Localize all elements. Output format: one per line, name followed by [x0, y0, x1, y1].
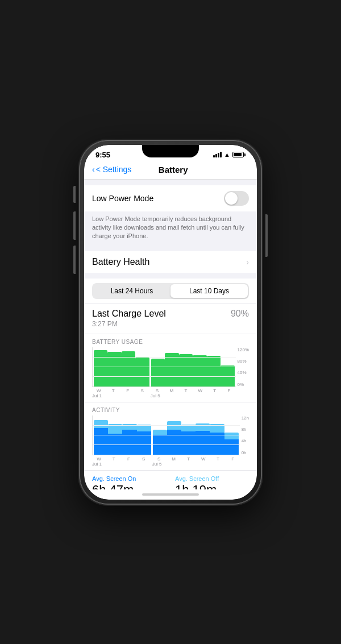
ios-screen: 9:55 ▲ [84, 145, 257, 500]
screen-off-stat: Avg. Screen Off 1h 19m [175, 475, 249, 489]
act-x-t3: T [211, 456, 225, 462]
act-date-jul1: Jul 1 [92, 462, 151, 467]
charge-time: 3:27 PM [92, 320, 166, 328]
wifi-icon: ▲ [224, 151, 230, 158]
charge-percent: 90% [231, 309, 249, 319]
battery-health-section: Battery Health › [84, 251, 257, 273]
battery-bar-w1 [94, 350, 107, 387]
x-label-t3: T [208, 388, 221, 393]
volume-down-button [73, 246, 76, 274]
section-gap-2 [84, 246, 257, 251]
battery-usage-label: BATTERY USAGE [92, 339, 249, 345]
section-gap-3 [84, 273, 257, 279]
act-bar-s2 [153, 430, 167, 455]
x-label-m2: M [165, 388, 178, 393]
act-bar-f3 [224, 433, 239, 455]
act-x-w2: W [197, 456, 210, 462]
segment-control: Last 24 Hours Last 10 Days [92, 283, 249, 299]
date-jul5: Jul 5 [151, 393, 236, 398]
screen-off-value: 1h 19m [175, 483, 249, 489]
activity-label: ACTIVITY [92, 407, 249, 413]
battery-bar-t3 [207, 356, 221, 387]
signal-bar-1 [213, 155, 215, 157]
act-x-w1: W [92, 456, 106, 462]
battery-usage-chart-section: BATTERY USAGE [84, 334, 257, 402]
y-120: 120% [238, 347, 249, 352]
segment-container: Last 24 Hours Last 10 Days [84, 279, 257, 304]
low-power-toggle[interactable] [224, 191, 249, 206]
signal-bar-4 [220, 152, 222, 157]
screen-on-value: 6h 47m [92, 483, 166, 489]
charge-title: Last Charge Level [92, 309, 166, 319]
phone-frame: 9:55 ▲ [80, 140, 261, 504]
act-x-m2: M [167, 456, 181, 462]
act-bar-f1 [122, 424, 136, 455]
x-label-s1: S [135, 388, 148, 393]
navigation-bar: ‹ < Settings Battery [84, 161, 257, 180]
activity-chart-section: ACTIVITY [84, 402, 257, 470]
battery-fill [234, 153, 242, 156]
charge-info: Last Charge Level 3:27 PM [92, 309, 166, 328]
date-jul1: Jul 1 [92, 393, 149, 398]
act-bar-t3 [210, 424, 224, 455]
notch [142, 145, 199, 157]
act-y-0h: 0h [242, 450, 249, 455]
nav-title: Battery [159, 165, 188, 174]
act-bar-w2 [196, 423, 210, 455]
x-label-s2: S [151, 388, 164, 393]
low-power-row: Low Power Mode [84, 185, 257, 211]
y-40: 40% [238, 370, 249, 375]
battery-bar-s2 [151, 359, 165, 386]
low-power-label: Low Power Mode [92, 194, 224, 203]
mute-button [73, 186, 76, 203]
battery-bar-f3 [221, 365, 234, 387]
act-y-12h: 12h [242, 416, 249, 421]
act-x-s1: S [137, 456, 151, 462]
act-x-f3: F [226, 456, 240, 462]
signal-bar-3 [218, 153, 219, 157]
x-label-w2: W [194, 388, 207, 393]
charge-section: Last Charge Level 3:27 PM 90% [84, 304, 257, 334]
segment-10d-label: Last 10 Days [189, 287, 229, 295]
act-y-4h: 4h [242, 438, 249, 443]
back-button[interactable]: ‹ < Settings [92, 165, 131, 174]
toggle-knob [225, 192, 238, 205]
act-bar-m2 [167, 421, 181, 454]
signal-bar-2 [215, 154, 217, 157]
act-x-t2: T [182, 456, 196, 462]
act-bar-t2 [181, 425, 196, 454]
act-y-8h: 8h [242, 427, 249, 432]
volume-up-button [73, 211, 76, 240]
x-label-f1: F [121, 388, 134, 393]
battery-bar-t2 [179, 354, 193, 387]
screen-off-label: Avg. Screen Off [175, 475, 249, 482]
battery-icon [232, 152, 246, 157]
x-label-f3: F [222, 388, 235, 393]
segment-10d[interactable]: Last 10 Days [170, 284, 248, 298]
status-icons: ▲ [213, 151, 246, 158]
phone-screen: 9:55 ▲ [84, 145, 257, 500]
x-label-w1: W [92, 388, 105, 393]
segment-24h[interactable]: Last 24 Hours [93, 284, 170, 298]
act-bar-s1 [137, 425, 151, 454]
power-button [265, 214, 268, 257]
battery-y-axis: 120% 80% 40% 0% [236, 347, 249, 387]
act-date-jul5: Jul 5 [152, 462, 240, 467]
battery-bar-s1 [135, 358, 149, 386]
section-gap-1 [84, 180, 257, 185]
status-time: 9:55 [95, 151, 110, 159]
home-indicator [84, 489, 257, 500]
act-x-f1: F [122, 456, 135, 462]
back-chevron-icon: ‹ [92, 165, 95, 174]
battery-tip [244, 153, 246, 156]
signal-icon [213, 152, 222, 157]
stats-section: Avg. Screen On 6h 47m Avg. Screen Off 1h… [84, 470, 257, 489]
x-label-t1: T [106, 388, 119, 393]
battery-health-row[interactable]: Battery Health › [84, 251, 257, 273]
y-0: 0% [238, 382, 249, 387]
activity-y-axis: 12h 8h 4h 0h [240, 416, 249, 455]
chevron-right-icon: › [246, 257, 249, 267]
back-label: < Settings [96, 165, 132, 174]
charge-row: Last Charge Level 3:27 PM 90% [92, 309, 249, 328]
y-80: 80% [238, 359, 249, 364]
